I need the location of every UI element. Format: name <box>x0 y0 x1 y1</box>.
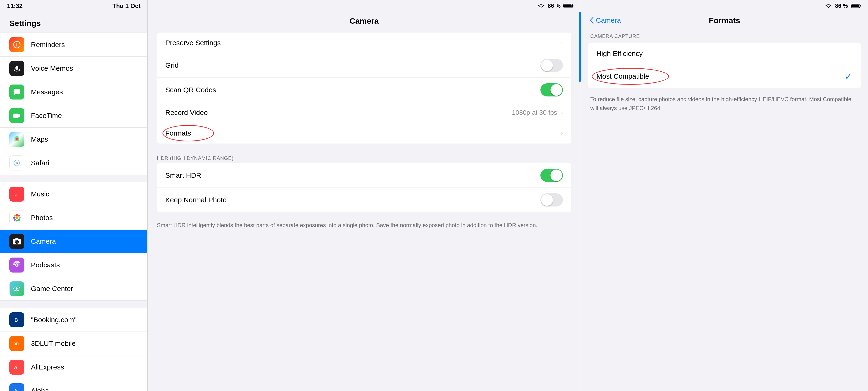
sidebar-item-aloha[interactable]: A Aloha <box>0 379 147 391</box>
3dlut-icon: 3D <box>9 336 24 351</box>
camera-icon <box>9 234 24 249</box>
most-compatible-label: Most Compatible <box>596 72 649 80</box>
sidebar-item-music[interactable]: ♪ Music <box>0 182 147 206</box>
svg-rect-3 <box>16 66 18 70</box>
grid-toggle[interactable] <box>540 59 563 72</box>
most-compatible-row[interactable]: Most Compatible ✓ <box>588 64 861 88</box>
podcasts-icon <box>9 258 24 273</box>
sidebar-item-gamecenter[interactable]: Game Center <box>0 277 147 301</box>
sidebar-item-photos[interactable]: Photos <box>0 206 147 230</box>
sidebar-item-messages[interactable]: Messages <box>0 80 147 104</box>
back-chevron-icon <box>589 17 594 24</box>
sidebar-item-camera[interactable]: Camera <box>0 230 147 253</box>
keepnormal-row[interactable]: Keep Normal Photo <box>157 188 571 212</box>
settings-list: Reminders Voice Memos Messages FaceTime <box>0 33 147 391</box>
high-efficiency-row[interactable]: High Efficiency <box>588 43 861 64</box>
svg-text:3D: 3D <box>14 342 19 346</box>
svg-rect-40 <box>572 5 574 6</box>
sidebar-item-safari[interactable]: Safari <box>0 151 147 175</box>
battery-icon-right <box>851 3 861 8</box>
booking-label: "Booking.com" <box>31 316 76 324</box>
sidebar-item-booking[interactable]: B "Booking.com" <box>0 308 147 332</box>
safari-label: Safari <box>31 159 49 167</box>
format-options-group: High Efficiency Most Compatible ✓ <box>588 43 861 88</box>
booking-icon: B <box>9 312 24 327</box>
sidebar-item-aliexpress[interactable]: A AliExpress <box>0 355 147 379</box>
voicememos-icon <box>9 61 24 76</box>
svg-point-2 <box>17 46 18 47</box>
svg-rect-43 <box>860 5 861 6</box>
grid-toggle-thumb <box>541 59 553 71</box>
camera-panel: 86 % Camera Preserve Settings › Grid S <box>148 0 581 391</box>
smarthdr-row[interactable]: Smart HDR <box>157 163 571 188</box>
camera-settings-group1: Preserve Settings › Grid Scan QR Codes R… <box>157 33 571 144</box>
svg-rect-39 <box>564 4 571 7</box>
music-icon: ♪ <box>9 187 24 202</box>
facetime-icon <box>9 108 24 123</box>
messages-label: Messages <box>31 88 63 96</box>
formats-title: Formats <box>709 16 740 25</box>
recordvideo-row[interactable]: Record Video 1080p at 30 fps › <box>157 102 571 123</box>
svg-point-15 <box>16 214 18 216</box>
svg-rect-26 <box>15 238 19 240</box>
format-note: To reduce file size, capture photos and … <box>581 93 868 115</box>
preserve-label: Preserve Settings <box>165 39 221 47</box>
safari-icon <box>9 155 24 171</box>
camera-panel-title: Camera <box>148 12 581 33</box>
svg-text:♪: ♪ <box>14 191 18 198</box>
voicememos-label: Voice Memos <box>31 64 73 72</box>
svg-rect-42 <box>851 4 859 7</box>
scanqr-row[interactable]: Scan QR Codes <box>157 78 571 102</box>
formats-panel-header: Camera Formats <box>581 12 868 31</box>
svg-point-16 <box>16 220 18 221</box>
svg-point-7 <box>16 138 18 140</box>
3dlut-label: 3DLUT mobile <box>31 339 75 348</box>
sidebar-item-maps[interactable]: Maps <box>0 128 147 151</box>
aliexpress-icon: A <box>9 360 24 374</box>
battery-percent: 86 % <box>548 3 561 9</box>
formats-row[interactable]: Formats › <box>157 123 571 144</box>
svg-point-30 <box>17 287 20 291</box>
gamecenter-icon <box>9 281 24 296</box>
svg-text:A: A <box>14 388 17 391</box>
preserve-chevron: › <box>561 39 563 47</box>
recordvideo-label: Record Video <box>165 109 208 117</box>
high-efficiency-label: High Efficiency <box>596 50 643 58</box>
wifi-icon-right <box>825 3 832 8</box>
podcasts-label: Podcasts <box>31 261 60 269</box>
reminders-label: Reminders <box>31 41 65 49</box>
maps-icon <box>9 132 24 147</box>
scanqr-toggle[interactable] <box>540 83 563 96</box>
svg-point-19 <box>14 215 16 217</box>
battery-icon <box>563 3 574 8</box>
sidebar-item-facetime[interactable]: FaceTime <box>0 104 147 128</box>
svg-point-22 <box>14 219 16 221</box>
preserve-settings-row[interactable]: Preserve Settings › <box>157 33 571 53</box>
photos-icon <box>9 210 24 225</box>
sidebar-item-3dlut[interactable]: 3D 3DLUT mobile <box>0 332 147 355</box>
messages-icon <box>9 85 24 99</box>
sidebar-item-voicememos[interactable]: Voice Memos <box>0 57 147 80</box>
music-label: Music <box>31 190 49 198</box>
sidebar-item-reminders[interactable]: Reminders <box>0 33 147 57</box>
status-date: Thu 1 Oct <box>113 2 141 9</box>
formats-label: Formats <box>165 129 191 137</box>
facetime-label: FaceTime <box>31 112 62 120</box>
svg-point-14 <box>16 216 18 219</box>
recordvideo-value: 1080p at 30 fps <box>512 109 557 116</box>
camera-label: Camera <box>31 237 56 245</box>
formats-chevron: › <box>561 130 563 137</box>
settings-panel: 11:32 Thu 1 Oct Settings Reminders Voice… <box>0 0 148 391</box>
hdr-note: Smart HDR intelligently blends the best … <box>148 219 581 234</box>
smarthdr-toggle[interactable] <box>540 169 563 182</box>
status-time: 11:32 <box>7 2 23 9</box>
scroll-indicator <box>579 12 581 82</box>
svg-point-18 <box>19 217 21 219</box>
gamecenter-label: Game Center <box>31 285 73 293</box>
keepnormal-toggle[interactable] <box>540 193 563 207</box>
back-button[interactable]: Camera <box>589 17 621 24</box>
scanqr-label: Scan QR Codes <box>165 86 216 94</box>
grid-row[interactable]: Grid <box>157 53 571 78</box>
sidebar-item-podcasts[interactable]: Podcasts <box>0 253 147 277</box>
svg-point-17 <box>13 217 15 219</box>
